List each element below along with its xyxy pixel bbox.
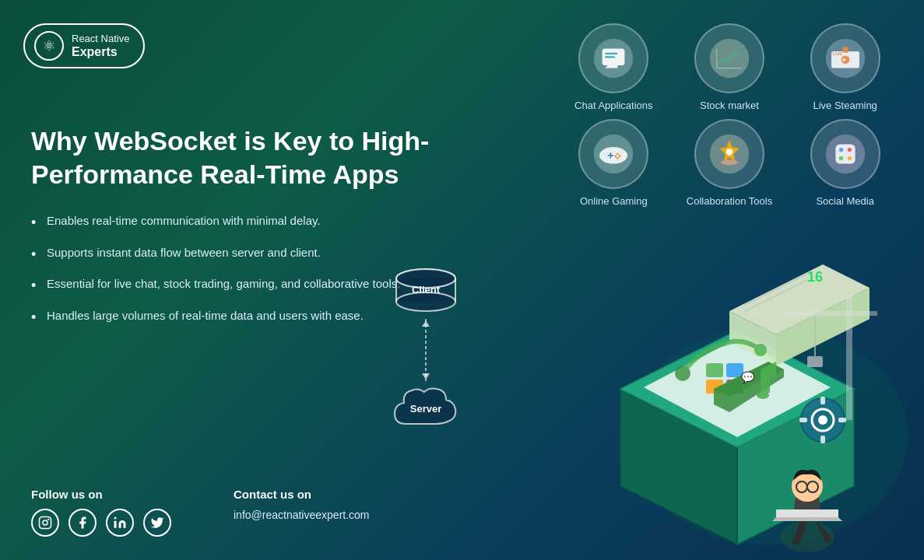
svg-rect-0 [40, 517, 51, 529]
svg-point-1 [43, 520, 47, 525]
gaming-label: Online Gaming [580, 195, 648, 207]
twitter-icon[interactable] [143, 509, 171, 537]
chat-label: Chat Applications [574, 100, 652, 111]
svg-point-3 [114, 517, 117, 520]
iso-illustration: 16 💬 [488, 233, 924, 560]
linkedin-icon[interactable] [106, 509, 134, 537]
logo-icon: ⚛ [34, 31, 64, 61]
follow-heading: Follow us on [31, 488, 171, 501]
use-case-chat: Chat Applications [558, 23, 669, 111]
svg-rect-71 [807, 356, 823, 367]
social-icon-circle [810, 119, 880, 189]
svg-point-17 [842, 58, 845, 61]
svg-rect-15 [842, 47, 848, 53]
svg-point-35 [847, 156, 851, 160]
svg-text:Client: Client [412, 284, 441, 296]
svg-point-34 [839, 156, 843, 160]
svg-point-73 [675, 366, 690, 381]
svg-rect-7 [606, 56, 616, 58]
svg-marker-45 [422, 373, 430, 380]
svg-point-23 [619, 155, 621, 157]
follow-section: Follow us on [31, 488, 171, 537]
facebook-icon[interactable] [69, 509, 97, 537]
logo-line2: Experts [72, 44, 129, 59]
instagram-icon[interactable] [31, 509, 59, 537]
use-case-streaming: LIVE Live Steaming [789, 23, 901, 111]
svg-point-22 [617, 153, 619, 156]
contact-email: info@reactnativeexpert.com [234, 509, 370, 521]
svg-text:16: 16 [807, 269, 823, 285]
svg-point-74 [757, 391, 769, 399]
svg-point-24 [617, 157, 619, 159]
streaming-icon-circle: LIVE [810, 23, 880, 93]
use-cases-section: Chat Applications Stock market [558, 23, 901, 207]
logo: ⚛ React Native Experts [23, 23, 145, 68]
svg-rect-6 [606, 53, 618, 54]
svg-rect-60 [820, 436, 825, 443]
bullet-item-1: Enables real-time communication with min… [31, 212, 467, 230]
client-server-diagram: Client Server [387, 264, 465, 432]
diagram-area: Client Server [379, 233, 924, 560]
logo-text: React Native Experts [72, 33, 129, 60]
svg-rect-61 [799, 418, 807, 422]
contact-heading: Contact us on [234, 488, 370, 501]
stock-icon-circle [694, 23, 764, 93]
svg-rect-62 [838, 418, 846, 422]
svg-point-25 [615, 155, 617, 157]
chat-icon-circle [578, 23, 648, 93]
gaming-icon-circle [578, 119, 648, 189]
svg-rect-48 [706, 363, 723, 377]
social-label: Social Media [816, 195, 873, 207]
svg-point-58 [818, 415, 827, 425]
use-case-gaming: Online Gaming [558, 119, 669, 207]
svg-text:LIVE: LIVE [832, 51, 841, 56]
contact-section: Contact us on info@reactnativeexpert.com [234, 488, 370, 537]
svg-point-29 [725, 149, 733, 156]
svg-point-72 [754, 344, 767, 356]
page-title: Why WebSocket is Key to High-Performance… [31, 124, 467, 191]
use-case-stock: Stock market [674, 23, 785, 111]
use-case-social: Social Media [789, 119, 901, 207]
svg-point-32 [839, 148, 843, 152]
svg-rect-31 [835, 144, 855, 163]
svg-rect-69 [784, 311, 877, 316]
logo-line1: React Native [72, 33, 129, 45]
stock-label: Stock market [700, 100, 759, 111]
svg-point-2 [47, 519, 49, 520]
svg-text:Server: Server [410, 403, 441, 415]
collab-label: Collaboration Tools [687, 195, 772, 207]
react-icon: ⚛ [43, 37, 55, 54]
streaming-label: Live Steaming [813, 100, 877, 111]
use-cases-grid: Chat Applications Stock market [558, 23, 901, 207]
use-case-collab: Collaboration Tools [674, 119, 785, 207]
collab-icon-circle [694, 119, 764, 189]
svg-point-33 [847, 148, 851, 152]
svg-point-27 [721, 159, 738, 165]
social-icons [31, 509, 171, 537]
svg-text:💬: 💬 [741, 371, 755, 384]
footer-info: Follow us on [31, 488, 370, 537]
svg-rect-59 [820, 397, 825, 404]
svg-marker-44 [422, 320, 430, 327]
